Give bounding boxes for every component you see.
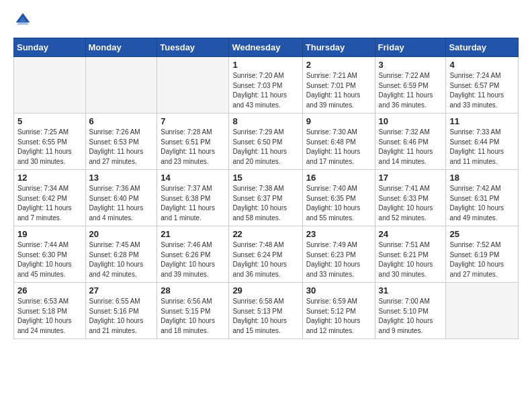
calendar-header-row: SundayMondayTuesdayWednesdayThursdayFrid… <box>14 38 519 57</box>
day-number: 3 <box>379 60 443 70</box>
day-number: 30 <box>306 285 371 295</box>
day-number: 22 <box>232 229 298 239</box>
day-number: 16 <box>306 173 371 183</box>
day-info: Sunrise: 7:49 AM Sunset: 6:23 PM Dayligh… <box>306 240 371 279</box>
col-header-monday: Monday <box>85 38 157 57</box>
day-info: Sunrise: 7:44 AM Sunset: 6:30 PM Dayligh… <box>17 240 82 279</box>
day-number: 2 <box>306 60 371 70</box>
day-number: 21 <box>161 229 225 239</box>
day-info: Sunrise: 7:28 AM Sunset: 6:51 PM Dayligh… <box>161 128 225 167</box>
day-info: Sunrise: 7:30 AM Sunset: 6:48 PM Dayligh… <box>306 128 371 167</box>
page: SundayMondayTuesdayWednesdayThursdayFrid… <box>0 0 532 353</box>
day-cell: 6Sunrise: 7:26 AM Sunset: 6:53 PM Daylig… <box>85 113 157 170</box>
day-cell: 25Sunrise: 7:52 AM Sunset: 6:19 PM Dayli… <box>446 226 519 283</box>
day-info: Sunrise: 6:55 AM Sunset: 5:16 PM Dayligh… <box>89 297 154 336</box>
day-number: 20 <box>89 229 154 239</box>
logo <box>13 11 35 30</box>
day-cell: 10Sunrise: 7:32 AM Sunset: 6:46 PM Dayli… <box>375 113 446 170</box>
day-number: 13 <box>89 173 154 183</box>
day-number: 11 <box>449 116 515 126</box>
day-info: Sunrise: 7:51 AM Sunset: 6:21 PM Dayligh… <box>379 240 443 279</box>
day-cell: 1Sunrise: 7:20 AM Sunset: 7:03 PM Daylig… <box>229 57 302 113</box>
day-number: 28 <box>161 285 225 295</box>
day-info: Sunrise: 6:53 AM Sunset: 5:18 PM Dayligh… <box>17 297 82 336</box>
day-cell: 13Sunrise: 7:36 AM Sunset: 6:40 PM Dayli… <box>85 170 157 226</box>
day-info: Sunrise: 7:46 AM Sunset: 6:26 PM Dayligh… <box>161 240 225 279</box>
day-cell: 5Sunrise: 7:25 AM Sunset: 6:55 PM Daylig… <box>14 113 86 170</box>
day-info: Sunrise: 7:41 AM Sunset: 6:33 PM Dayligh… <box>379 184 443 223</box>
day-info: Sunrise: 7:00 AM Sunset: 5:10 PM Dayligh… <box>379 297 443 336</box>
day-cell: 27Sunrise: 6:55 AM Sunset: 5:16 PM Dayli… <box>85 283 157 339</box>
day-number: 17 <box>379 173 443 183</box>
day-info: Sunrise: 7:38 AM Sunset: 6:37 PM Dayligh… <box>232 184 298 223</box>
col-header-sunday: Sunday <box>14 38 86 57</box>
day-number: 19 <box>17 229 82 239</box>
day-info: Sunrise: 7:29 AM Sunset: 6:50 PM Dayligh… <box>232 128 298 167</box>
col-header-saturday: Saturday <box>446 38 519 57</box>
day-info: Sunrise: 7:26 AM Sunset: 6:53 PM Dayligh… <box>89 128 154 167</box>
day-cell: 18Sunrise: 7:42 AM Sunset: 6:31 PM Dayli… <box>446 170 519 226</box>
day-number: 1 <box>232 60 298 70</box>
day-cell <box>14 57 86 113</box>
day-cell: 3Sunrise: 7:22 AM Sunset: 6:59 PM Daylig… <box>375 57 446 113</box>
day-info: Sunrise: 7:45 AM Sunset: 6:28 PM Dayligh… <box>89 240 154 279</box>
day-cell: 26Sunrise: 6:53 AM Sunset: 5:18 PM Dayli… <box>14 283 86 339</box>
day-info: Sunrise: 7:20 AM Sunset: 7:03 PM Dayligh… <box>232 71 298 110</box>
day-number: 9 <box>306 116 371 126</box>
day-number: 6 <box>89 116 154 126</box>
day-number: 27 <box>89 285 154 295</box>
day-cell: 24Sunrise: 7:51 AM Sunset: 6:21 PM Dayli… <box>375 226 446 283</box>
day-number: 26 <box>17 285 82 295</box>
week-row-3: 12Sunrise: 7:34 AM Sunset: 6:42 PM Dayli… <box>14 170 519 226</box>
day-cell: 7Sunrise: 7:28 AM Sunset: 6:51 PM Daylig… <box>157 113 229 170</box>
day-cell: 11Sunrise: 7:33 AM Sunset: 6:44 PM Dayli… <box>446 113 519 170</box>
day-number: 31 <box>379 285 443 295</box>
day-cell: 31Sunrise: 7:00 AM Sunset: 5:10 PM Dayli… <box>375 283 446 339</box>
week-row-5: 26Sunrise: 6:53 AM Sunset: 5:18 PM Dayli… <box>14 283 519 339</box>
calendar-table: SundayMondayTuesdayWednesdayThursdayFrid… <box>13 38 519 339</box>
day-number: 29 <box>232 285 298 295</box>
day-cell: 12Sunrise: 7:34 AM Sunset: 6:42 PM Dayli… <box>14 170 86 226</box>
day-info: Sunrise: 7:22 AM Sunset: 6:59 PM Dayligh… <box>379 71 443 110</box>
day-cell: 22Sunrise: 7:48 AM Sunset: 6:24 PM Dayli… <box>229 226 302 283</box>
week-row-1: 1Sunrise: 7:20 AM Sunset: 7:03 PM Daylig… <box>14 57 519 113</box>
day-cell: 15Sunrise: 7:38 AM Sunset: 6:37 PM Dayli… <box>229 170 302 226</box>
day-cell: 30Sunrise: 6:59 AM Sunset: 5:12 PM Dayli… <box>302 283 375 339</box>
day-info: Sunrise: 7:24 AM Sunset: 6:57 PM Dayligh… <box>449 71 515 110</box>
day-cell: 21Sunrise: 7:46 AM Sunset: 6:26 PM Dayli… <box>157 226 229 283</box>
logo-icon <box>13 11 32 30</box>
day-info: Sunrise: 7:21 AM Sunset: 7:01 PM Dayligh… <box>306 71 371 110</box>
day-info: Sunrise: 7:52 AM Sunset: 6:19 PM Dayligh… <box>449 240 515 279</box>
day-info: Sunrise: 6:56 AM Sunset: 5:15 PM Dayligh… <box>161 297 225 336</box>
day-cell: 20Sunrise: 7:45 AM Sunset: 6:28 PM Dayli… <box>85 226 157 283</box>
col-header-thursday: Thursday <box>302 38 375 57</box>
day-number: 18 <box>449 173 515 183</box>
day-cell: 8Sunrise: 7:29 AM Sunset: 6:50 PM Daylig… <box>229 113 302 170</box>
day-cell: 14Sunrise: 7:37 AM Sunset: 6:38 PM Dayli… <box>157 170 229 226</box>
day-info: Sunrise: 6:59 AM Sunset: 5:12 PM Dayligh… <box>306 297 371 336</box>
day-info: Sunrise: 7:48 AM Sunset: 6:24 PM Dayligh… <box>232 240 298 279</box>
day-cell <box>446 283 519 339</box>
day-cell: 17Sunrise: 7:41 AM Sunset: 6:33 PM Dayli… <box>375 170 446 226</box>
day-info: Sunrise: 7:36 AM Sunset: 6:40 PM Dayligh… <box>89 184 154 223</box>
day-cell: 23Sunrise: 7:49 AM Sunset: 6:23 PM Dayli… <box>302 226 375 283</box>
day-info: Sunrise: 7:25 AM Sunset: 6:55 PM Dayligh… <box>17 128 82 167</box>
day-cell: 2Sunrise: 7:21 AM Sunset: 7:01 PM Daylig… <box>302 57 375 113</box>
day-number: 25 <box>449 229 515 239</box>
day-info: Sunrise: 7:32 AM Sunset: 6:46 PM Dayligh… <box>379 128 443 167</box>
week-row-4: 19Sunrise: 7:44 AM Sunset: 6:30 PM Dayli… <box>14 226 519 283</box>
day-info: Sunrise: 6:58 AM Sunset: 5:13 PM Dayligh… <box>232 297 298 336</box>
day-number: 15 <box>232 173 298 183</box>
day-info: Sunrise: 7:42 AM Sunset: 6:31 PM Dayligh… <box>449 184 515 223</box>
day-number: 12 <box>17 173 82 183</box>
col-header-tuesday: Tuesday <box>157 38 229 57</box>
day-info: Sunrise: 7:37 AM Sunset: 6:38 PM Dayligh… <box>161 184 225 223</box>
day-cell: 28Sunrise: 6:56 AM Sunset: 5:15 PM Dayli… <box>157 283 229 339</box>
day-number: 7 <box>161 116 225 126</box>
day-cell: 4Sunrise: 7:24 AM Sunset: 6:57 PM Daylig… <box>446 57 519 113</box>
day-info: Sunrise: 7:34 AM Sunset: 6:42 PM Dayligh… <box>17 184 82 223</box>
day-number: 8 <box>232 116 298 126</box>
day-number: 23 <box>306 229 371 239</box>
header <box>13 11 519 30</box>
day-cell <box>85 57 157 113</box>
